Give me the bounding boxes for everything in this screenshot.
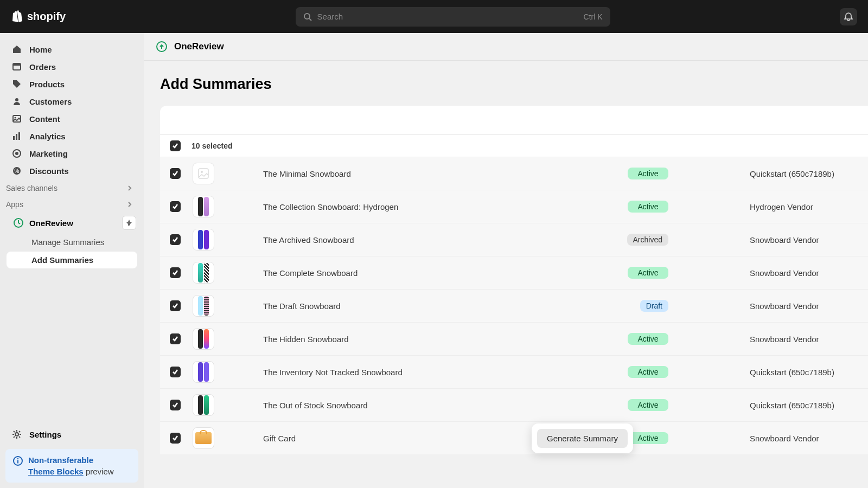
svg-point-4 xyxy=(15,98,18,101)
status-badge: Active xyxy=(628,168,668,179)
analytics-icon xyxy=(11,131,23,141)
svg-point-11 xyxy=(15,152,18,155)
search-shortcut: Ctrl K xyxy=(584,12,603,21)
nav-content[interactable]: Content xyxy=(0,110,144,127)
table-row[interactable]: The Out of Stock SnowboardActiveQuicksta… xyxy=(160,388,868,421)
svg-point-0 xyxy=(304,14,310,19)
product-title: The Hidden Snowboard xyxy=(263,335,628,344)
notice-link[interactable]: Theme Blocks xyxy=(28,467,84,476)
subnav-add-summaries[interactable]: Add Summaries xyxy=(7,252,137,268)
generate-summary-button[interactable]: Generate Summary xyxy=(537,429,628,448)
table-row[interactable]: The Hidden SnowboardActiveSnowboard Vend… xyxy=(160,322,868,355)
check-icon xyxy=(172,435,178,441)
row-checkbox[interactable] xyxy=(170,433,181,444)
search-placeholder: Search xyxy=(317,12,584,21)
check-icon xyxy=(172,236,178,243)
status-badge: Active xyxy=(628,366,668,378)
nav-orders[interactable]: Orders xyxy=(0,58,144,75)
product-thumbnail xyxy=(193,427,214,449)
search-input[interactable]: Search Ctrl K xyxy=(296,7,610,27)
check-icon xyxy=(172,402,178,408)
svg-point-15 xyxy=(15,433,18,436)
search-icon xyxy=(303,12,312,21)
app-onereview-icon xyxy=(13,217,24,228)
check-icon xyxy=(172,269,178,276)
table-row[interactable]: The Draft SnowboardDraftSnowboard Vendor xyxy=(160,289,868,322)
notice-title: Non-transferable xyxy=(28,454,114,466)
row-checkbox[interactable] xyxy=(170,300,181,311)
pin-button[interactable] xyxy=(122,216,136,230)
status-badge: Draft xyxy=(640,300,668,312)
section-apps[interactable]: Apps xyxy=(0,196,144,212)
topbar: shopify Search Ctrl K xyxy=(0,0,868,33)
row-checkbox[interactable] xyxy=(170,367,181,377)
nav-home[interactable]: Home xyxy=(0,41,144,58)
table-row[interactable]: The Minimal SnowboardActiveQuickstart (6… xyxy=(160,157,868,190)
product-title: The Inventory Not Tracked Snowboard xyxy=(263,368,628,377)
row-checkbox[interactable] xyxy=(170,234,181,245)
check-icon xyxy=(172,336,178,342)
svg-rect-8 xyxy=(16,134,17,140)
product-thumbnail xyxy=(193,163,214,184)
chevron-right-icon xyxy=(126,201,133,208)
product-thumbnail xyxy=(193,361,214,383)
row-checkbox[interactable] xyxy=(170,201,181,212)
table-row[interactable]: The Inventory Not Tracked SnowboardActiv… xyxy=(160,355,868,388)
vendor-name: Hydrogen Vendor xyxy=(750,202,858,211)
status-badge: Active xyxy=(628,399,668,411)
product-title: The Complete Snowboard xyxy=(263,268,628,278)
home-icon xyxy=(11,44,23,54)
products-card: 10 selected The Minimal SnowboardActiveQ… xyxy=(160,106,868,454)
brand-text: shopify xyxy=(27,10,66,23)
svg-line-1 xyxy=(309,18,311,21)
nav-marketing[interactable]: Marketing xyxy=(0,145,144,162)
page-title: Add Summaries xyxy=(144,61,868,106)
svg-rect-3 xyxy=(13,63,21,66)
section-sales-channels[interactable]: Sales channels xyxy=(0,179,144,196)
select-all-checkbox[interactable] xyxy=(170,140,181,151)
sidebar: Home Orders Products Customers Content A… xyxy=(0,33,144,488)
shopify-logo-icon xyxy=(11,10,23,23)
svg-text:%: % xyxy=(15,168,20,174)
notifications-button[interactable] xyxy=(840,8,857,25)
svg-rect-18 xyxy=(17,460,18,464)
table-row[interactable]: The Complete SnowboardActiveSnowboard Ve… xyxy=(160,256,868,289)
row-checkbox[interactable] xyxy=(170,333,181,344)
nav-products[interactable]: Products xyxy=(0,75,144,93)
pin-icon xyxy=(125,219,133,227)
nav-customers[interactable]: Customers xyxy=(0,93,144,110)
discounts-icon: % xyxy=(11,166,23,176)
table-row[interactable]: Gift CardActiveSnowboard Vendor xyxy=(160,421,868,454)
product-title: The Archived Snowboard xyxy=(263,235,627,245)
product-thumbnail xyxy=(193,196,214,217)
status-badge: Active xyxy=(628,267,668,279)
vendor-name: Quickstart (650c7189b) xyxy=(750,368,858,377)
nav-settings[interactable]: Settings xyxy=(0,424,144,445)
chevron-right-icon xyxy=(126,185,133,191)
check-icon xyxy=(172,203,178,210)
row-checkbox[interactable] xyxy=(170,267,181,278)
app-onereview[interactable]: OneReview xyxy=(0,212,144,234)
nav-analytics[interactable]: Analytics xyxy=(0,127,144,145)
row-checkbox[interactable] xyxy=(170,400,181,410)
nav-discounts[interactable]: %Discounts xyxy=(0,162,144,179)
app-header-icon xyxy=(156,41,168,53)
table-row[interactable]: The Collection Snowboard: HydrogenActive… xyxy=(160,190,868,223)
svg-point-21 xyxy=(201,171,203,173)
check-icon xyxy=(172,369,178,375)
product-thumbnail xyxy=(193,229,214,251)
vendor-name: Snowboard Vendor xyxy=(750,335,858,344)
subnav-manage-summaries[interactable]: Manage Summaries xyxy=(0,234,144,251)
customers-icon xyxy=(11,97,23,106)
content-icon xyxy=(11,114,23,124)
row-checkbox[interactable] xyxy=(170,168,181,179)
brand-logo[interactable]: shopify xyxy=(11,10,66,23)
products-icon xyxy=(11,79,23,89)
product-title: The Collection Snowboard: Hydrogen xyxy=(263,202,628,211)
product-thumbnail xyxy=(193,328,214,350)
status-badge: Active xyxy=(628,201,668,213)
product-thumbnail xyxy=(193,394,214,416)
status-badge: Active xyxy=(628,333,668,345)
table-row[interactable]: The Archived SnowboardArchivedSnowboard … xyxy=(160,223,868,256)
svg-rect-7 xyxy=(13,136,15,140)
